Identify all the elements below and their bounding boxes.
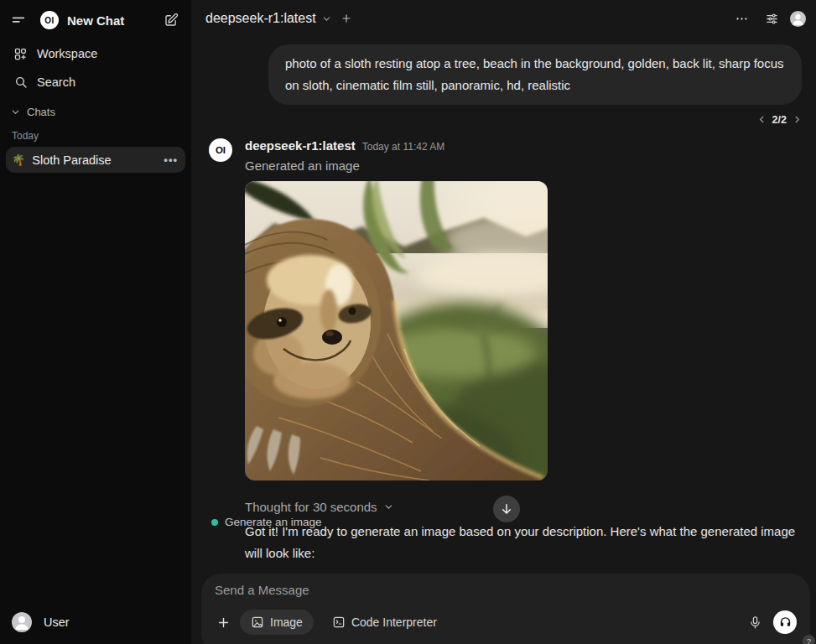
image-toggle-button[interactable]: Image bbox=[240, 610, 314, 635]
account-avatar[interactable] bbox=[790, 11, 806, 27]
chat-emoji: 🌴 bbox=[12, 153, 25, 166]
top-bar: deepseek-r1:latest bbox=[191, 0, 816, 37]
search-icon bbox=[13, 75, 28, 89]
sidebar-item-search[interactable]: Search bbox=[5, 69, 186, 96]
generated-image[interactable] bbox=[245, 181, 548, 480]
sidebar-item-workspace[interactable]: Workspace bbox=[5, 40, 186, 67]
chat-menu-icon[interactable]: ••• bbox=[164, 153, 178, 166]
assistant-timestamp: Today at 11:42 AM bbox=[362, 141, 445, 153]
chats-section-toggle[interactable]: Chats bbox=[0, 97, 191, 122]
terminal-icon bbox=[332, 615, 346, 629]
chat-more-icon[interactable] bbox=[730, 7, 753, 30]
code-interpreter-button[interactable]: Code Interpreter bbox=[321, 610, 448, 635]
scroll-to-bottom-button[interactable] bbox=[493, 496, 520, 522]
pagination-count: 2/2 bbox=[772, 114, 787, 126]
help-badge[interactable]: ? bbox=[803, 635, 815, 644]
headphones-icon bbox=[778, 615, 793, 630]
workspace-icon bbox=[13, 47, 28, 61]
search-label: Search bbox=[37, 75, 75, 89]
attach-plus-icon[interactable] bbox=[215, 614, 232, 631]
generation-status: Generate an image bbox=[211, 516, 322, 528]
thought-label: Thought for 30 seconds bbox=[245, 500, 377, 514]
assistant-name: deepseek-r1:latest bbox=[245, 138, 356, 153]
user-avatar bbox=[12, 612, 32, 632]
sidebar-header: OI New Chat bbox=[0, 7, 191, 34]
model-chevron-down-icon[interactable] bbox=[321, 13, 332, 24]
workspace-label: Workspace bbox=[37, 47, 97, 60]
user-name: User bbox=[44, 615, 70, 629]
generated-image-label: Generated an image bbox=[245, 158, 802, 173]
chats-section-label: Chats bbox=[27, 106, 55, 118]
chevron-down-icon bbox=[11, 107, 20, 117]
thought-chevron-down-icon bbox=[383, 501, 394, 512]
message-pagination: 2/2 bbox=[209, 112, 802, 127]
assistant-avatar: OI bbox=[209, 138, 232, 162]
assistant-reply-text: Got it! I'm ready to generate an image b… bbox=[245, 521, 802, 564]
message-input[interactable]: Send a Message bbox=[215, 582, 797, 600]
date-group-label: Today bbox=[0, 122, 191, 147]
status-dot bbox=[211, 519, 218, 526]
new-chat-label[interactable]: New Chat bbox=[67, 13, 159, 28]
image-button-label: Image bbox=[270, 615, 303, 629]
add-model-icon[interactable] bbox=[340, 13, 352, 24]
composer: Send a Message Image Code Interpreter bbox=[201, 574, 810, 644]
thought-toggle[interactable]: Thought for 30 seconds bbox=[245, 500, 802, 514]
controls-sliders-icon[interactable] bbox=[760, 7, 783, 30]
model-selector[interactable]: deepseek-r1:latest bbox=[205, 11, 316, 26]
sidebar-toggle-icon[interactable] bbox=[7, 8, 30, 32]
new-chat-icon[interactable] bbox=[159, 8, 183, 32]
chat-list-item[interactable]: 🌴 Sloth Paradise ••• bbox=[6, 147, 185, 173]
chat-scroll-area[interactable]: photo of a sloth resting atop a tree, be… bbox=[191, 37, 816, 574]
status-label: Generate an image bbox=[225, 516, 322, 528]
microphone-icon[interactable] bbox=[748, 615, 762, 630]
voice-call-button[interactable] bbox=[773, 610, 797, 634]
image-icon bbox=[251, 615, 264, 629]
pagination-prev-icon[interactable] bbox=[757, 115, 767, 124]
pagination-next-icon[interactable] bbox=[793, 115, 802, 124]
code-interpreter-label: Code Interpreter bbox=[351, 615, 437, 629]
sidebar: OI New Chat Workspace Search Chats Today… bbox=[0, 0, 191, 644]
main-area: deepseek-r1:latest photo of a sloth rest… bbox=[191, 0, 816, 644]
sidebar-user-menu[interactable]: User bbox=[5, 607, 186, 637]
user-message-bubble: photo of a sloth resting atop a tree, be… bbox=[268, 44, 802, 105]
app-logo: OI bbox=[40, 11, 59, 29]
chat-title: Sloth Paradise bbox=[32, 153, 164, 167]
